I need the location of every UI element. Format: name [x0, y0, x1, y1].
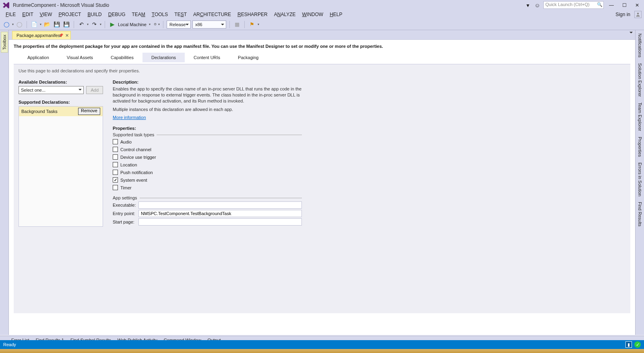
more-information-link[interactable]: More information: [113, 115, 146, 120]
task-type-label: Timer: [120, 185, 132, 190]
menu-build[interactable]: BUILD: [84, 10, 105, 18]
feedback-filter-icon[interactable]: ▾: [524, 2, 531, 9]
executable-label: Executable:: [113, 203, 135, 207]
signin-link[interactable]: Sign in: [615, 12, 630, 17]
taskbar-sliver: [0, 349, 644, 353]
task-type-checkbox[interactable]: [113, 177, 118, 183]
menu-tools[interactable]: TOOLS: [149, 10, 171, 18]
menu-items: FILE EDIT VIEW PROJECT BUILD DEBUG TEAM …: [2, 10, 346, 19]
task-type-label: System event: [120, 178, 147, 183]
start-page-input[interactable]: [138, 218, 302, 226]
rail-notifications[interactable]: Notifications: [637, 31, 643, 60]
run-target-dropdown[interactable]: Local Machine: [118, 22, 147, 27]
menu-project[interactable]: PROJECT: [55, 10, 84, 18]
task-type-checkbox[interactable]: [113, 154, 118, 160]
entry-point-input[interactable]: [138, 210, 302, 217]
vs-logo-icon: [2, 2, 10, 9]
resharper-icon[interactable]: ⚑: [248, 21, 256, 29]
platform-dropdown[interactable]: x86: [192, 21, 226, 29]
rail-errors[interactable]: Errors in Solution: [637, 160, 643, 199]
undo-icon[interactable]: ↶: [77, 21, 85, 29]
document-tab-label: Package.appxmanifest*: [17, 33, 63, 38]
window-title: RuntimeComponent - Microsoft Visual Stud…: [13, 2, 524, 8]
description-text-2: Multiple instances of this declaration a…: [113, 107, 302, 113]
svg-marker-0: [3, 2, 9, 8]
task-type-checkbox[interactable]: [113, 170, 118, 175]
available-declarations-select[interactable]: Select one...: [19, 86, 84, 94]
supported-declarations-label: Supported Declarations:: [19, 100, 103, 105]
nav-back-icon[interactable]: ◯: [2, 21, 10, 29]
rail-solution-explorer[interactable]: Solution Explorer: [637, 61, 643, 99]
menu-resharper[interactable]: RESHARPER: [234, 10, 271, 18]
separator: [244, 21, 245, 28]
supported-task-types-header: Supported task types: [113, 132, 302, 137]
menu-architecture[interactable]: ARCHITECTURE: [190, 10, 234, 18]
description-text: Enables the app to specify the class nam…: [113, 86, 302, 104]
menu-help[interactable]: HELP: [326, 10, 345, 18]
remove-declaration-button[interactable]: Remove: [78, 108, 100, 115]
task-type-label: Device use trigger: [120, 155, 156, 160]
task-type-checkbox[interactable]: [113, 185, 118, 190]
document-tabs: Package.appxmanifest* 📌 ✕: [9, 30, 635, 39]
config-dropdown[interactable]: Release: [167, 21, 191, 29]
executable-input[interactable]: [138, 201, 302, 209]
separator: [163, 21, 163, 28]
toolbox-icon[interactable]: ▦: [233, 21, 241, 29]
task-type-row: Control channel: [113, 146, 302, 153]
minimize-button[interactable]: —: [606, 1, 617, 9]
task-type-checkbox[interactable]: [113, 139, 118, 144]
tab-declarations[interactable]: Declarations: [142, 53, 185, 62]
menu-team[interactable]: TEAM: [128, 10, 148, 18]
task-type-row: System event: [113, 176, 302, 184]
menu-analyze[interactable]: ANALYZE: [271, 10, 299, 18]
entry-point-label: Entry point:: [113, 211, 135, 216]
tab-application[interactable]: Application: [19, 53, 58, 62]
rail-team-explorer[interactable]: Team Explorer: [637, 100, 643, 133]
redo-icon[interactable]: ↷: [90, 21, 98, 29]
start-debug-icon[interactable]: ▶: [108, 21, 116, 29]
open-icon[interactable]: 📂: [43, 21, 51, 29]
titlebar: RuntimeComponent - Microsoft Visual Stud…: [0, 0, 644, 10]
quick-launch-input[interactable]: Quick Launch (Ctrl+Q): [543, 1, 604, 9]
save-icon[interactable]: 💾: [53, 21, 61, 29]
pin-icon[interactable]: 📌: [59, 33, 63, 37]
menu-debug[interactable]: DEBUG: [105, 10, 129, 18]
restore-button[interactable]: ☐: [619, 1, 630, 9]
add-declaration-button[interactable]: Add: [86, 86, 103, 94]
rail-properties[interactable]: Properties: [637, 134, 643, 159]
rail-find-results[interactable]: Find Results: [637, 199, 643, 229]
user-avatar-icon[interactable]: [634, 11, 642, 18]
menu-file[interactable]: FILE: [2, 10, 19, 18]
tab-capabilities[interactable]: Capabilities: [102, 53, 142, 62]
document-tab-manifest[interactable]: Package.appxmanifest* 📌 ✕: [12, 31, 71, 39]
properties-label: Properties:: [113, 126, 302, 131]
toolbar: ◯ ▾ ◯ 📄 ▾ 📂 💾 💾 ↶ ▾ ↷ ▾ ▶ Local Machine …: [0, 19, 644, 30]
declaration-item-background-tasks[interactable]: Background Tasks Remove: [19, 107, 103, 116]
subpage-hint: Use this page to add declarations and sp…: [19, 68, 625, 73]
close-button[interactable]: ✕: [632, 1, 642, 9]
manifest-header-text: The properties of the deployment package…: [14, 44, 630, 49]
nav-fwd-icon[interactable]: ◯: [15, 21, 23, 29]
tab-overflow-icon[interactable]: [630, 32, 633, 35]
feedback-smile-icon[interactable]: ☺: [534, 2, 541, 9]
task-type-row: Location: [113, 161, 302, 168]
tab-packaging[interactable]: Packaging: [229, 53, 267, 62]
menu-edit[interactable]: EDIT: [19, 10, 36, 18]
menu-test[interactable]: TEST: [171, 10, 190, 18]
separator: [105, 21, 105, 28]
menu-window[interactable]: WINDOW: [299, 10, 327, 18]
start-page-label: Start page:: [113, 220, 135, 224]
new-item-icon[interactable]: 📄: [30, 21, 38, 29]
tab-content-uris[interactable]: Content URIs: [185, 53, 229, 62]
tab-close-icon[interactable]: ✕: [65, 33, 69, 38]
status-text: Ready: [3, 342, 16, 347]
task-type-checkbox[interactable]: [113, 162, 118, 167]
menu-view[interactable]: VIEW: [37, 10, 56, 18]
status-ok-icon[interactable]: ✓: [634, 341, 641, 348]
status-badge-icon[interactable]: ▮: [625, 341, 632, 348]
task-type-row: Device use trigger: [113, 153, 302, 161]
task-type-checkbox[interactable]: [113, 147, 118, 152]
save-all-icon[interactable]: 💾: [62, 21, 70, 29]
tab-visual-assets[interactable]: Visual Assets: [58, 53, 102, 62]
toolbox-tab[interactable]: Toolbox: [1, 32, 8, 53]
